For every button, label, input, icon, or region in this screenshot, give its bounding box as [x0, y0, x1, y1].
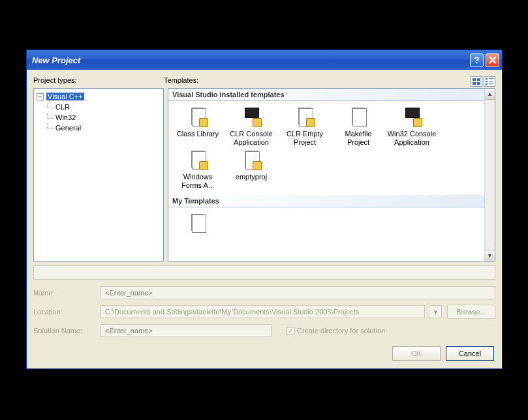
project-icon	[187, 149, 208, 170]
svg-rect-2	[473, 82, 476, 85]
view-large-icons-button[interactable]	[471, 76, 482, 87]
tree-item-label: Win32	[55, 113, 76, 121]
project-icon	[241, 106, 262, 127]
template-label: emptyproj	[236, 173, 267, 181]
svg-rect-7	[489, 81, 493, 82]
tree-item-label: CLR	[55, 103, 70, 111]
location-label: Location:	[33, 308, 95, 316]
my-templates-header: My Templates	[168, 195, 484, 207]
new-project-dialog: New Project ? Project types: Templates:	[26, 50, 503, 369]
view-small-icons-button[interactable]	[484, 76, 495, 87]
solution-name-input[interactable]	[101, 324, 272, 337]
project-icon	[401, 106, 422, 127]
cancel-button[interactable]: Cancel	[446, 346, 494, 361]
tree-item-label: Visual C++	[46, 93, 84, 100]
close-button[interactable]	[486, 53, 499, 67]
tree-item-clr[interactable]: CLR	[35, 102, 162, 112]
scroll-up-icon[interactable]: ▲	[485, 89, 495, 100]
tree-item-visual-cpp[interactable]: − Visual C++	[35, 91, 162, 102]
window-title: New Project	[32, 55, 470, 65]
scroll-track[interactable]	[485, 100, 495, 250]
project-icon	[294, 106, 315, 127]
templates-label: Templates:	[164, 76, 471, 87]
template-my-empty[interactable]	[171, 213, 225, 236]
project-types-tree[interactable]: − Visual C++ CLR Win32 General	[33, 88, 164, 262]
create-directory-checkbox[interactable]: ✓	[286, 327, 294, 335]
templates-list[interactable]: Visual Studio installed templates Class …	[168, 88, 484, 262]
location-dropdown-button[interactable]: ▾	[430, 305, 442, 318]
tree-item-label: General	[55, 124, 81, 132]
svg-rect-0	[473, 78, 476, 81]
template-clr-empty[interactable]: CLR Empty Project	[278, 106, 332, 147]
scroll-down-icon[interactable]: ▼	[485, 250, 495, 261]
installed-templates-header: Visual Studio installed templates	[168, 89, 484, 101]
browse-button[interactable]: Browse...	[447, 305, 495, 319]
svg-rect-4	[486, 78, 488, 80]
template-makefile[interactable]: Makefile Project	[332, 106, 385, 147]
location-input[interactable]	[101, 305, 425, 318]
template-win32-console[interactable]: Win32 Console Application	[385, 106, 439, 147]
chevron-down-icon: ▾	[434, 308, 438, 316]
svg-rect-6	[486, 81, 488, 82]
template-label: CLR Console Application	[226, 130, 277, 147]
name-label: Name:	[33, 289, 95, 297]
svg-rect-9	[489, 83, 493, 84]
tree-item-win32[interactable]: Win32	[35, 112, 162, 123]
template-class-library[interactable]: Class Library	[171, 106, 225, 147]
template-label: CLR Empty Project	[279, 130, 330, 147]
project-icon	[187, 106, 208, 127]
template-label: Class Library	[177, 130, 219, 138]
template-windows-forms[interactable]: Windows Forms A...	[171, 149, 225, 190]
titlebar: New Project ?	[27, 50, 502, 70]
project-types-label: Project types:	[33, 76, 164, 87]
template-label: Windows Forms A...	[172, 173, 223, 190]
template-label: Makefile Project	[333, 130, 384, 147]
name-input[interactable]	[101, 286, 495, 299]
create-directory-label: Create directory for solution	[297, 327, 385, 335]
description-bar	[33, 265, 495, 280]
templates-scrollbar[interactable]: ▲ ▼	[484, 88, 495, 262]
help-button[interactable]: ?	[470, 53, 484, 67]
svg-rect-3	[477, 82, 480, 85]
project-icon	[187, 213, 208, 233]
close-icon	[489, 56, 497, 64]
ok-button[interactable]: OK	[392, 346, 441, 361]
svg-rect-1	[477, 78, 480, 81]
svg-rect-5	[489, 78, 493, 79]
large-icons-icon	[473, 78, 480, 85]
template-emptyproj[interactable]: emptyproj	[225, 149, 278, 190]
tree-collapse-icon[interactable]: −	[37, 93, 44, 100]
tree-item-general[interactable]: General	[35, 123, 162, 133]
template-clr-console[interactable]: CLR Console Application	[225, 106, 278, 147]
project-icon	[348, 106, 369, 127]
project-icon	[241, 149, 262, 170]
small-icons-icon	[486, 78, 493, 85]
solution-name-label: Solution Name:	[33, 327, 95, 335]
svg-rect-8	[486, 83, 488, 85]
template-label: Win32 Console Application	[386, 130, 437, 147]
